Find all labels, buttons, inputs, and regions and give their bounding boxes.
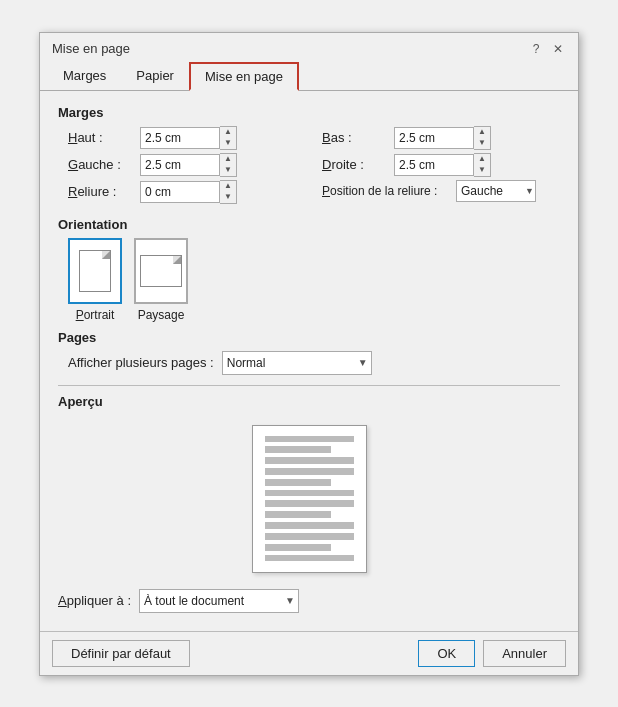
bas-up-btn[interactable]: ▲ [474,127,490,138]
preview-line-6 [265,490,354,497]
apply-select[interactable]: À tout le document À cette section Au te… [139,589,299,613]
tab-mise-en-page[interactable]: Mise en page [189,62,299,91]
paysage-icon-box [134,238,188,304]
bas-spinner-btns: ▲ ▼ [474,126,491,150]
footer-right: OK Annuler [418,640,566,667]
preview-line-1 [265,436,354,443]
reliure-row: Reliure : ▲ ▼ [68,180,306,204]
gauche-up-btn[interactable]: ▲ [220,154,236,165]
bas-down-btn[interactable]: ▼ [474,138,490,149]
reliure-input[interactable] [140,181,220,203]
orientation-section: Orientation Portrait [58,217,560,322]
apercu-box [58,415,560,579]
reliure-spinner: ▲ ▼ [140,180,237,204]
title-bar-controls: ? ✕ [528,41,566,57]
paysage-page-icon [140,255,182,287]
preview-line-3 [265,457,354,464]
footer-left: Définir par défaut [52,640,190,667]
preview-line-8 [265,511,332,518]
reliure-position-row: Position de la reliure : Gauche Haut Dro… [322,180,560,202]
reliure-position-select[interactable]: Gauche Haut Droite [456,180,536,202]
pages-select-wrapper: Normal Deux pages Page de garde du livre… [222,351,372,375]
preview-line-10 [265,533,354,540]
preview-line-12 [265,555,354,562]
bottom-bar: Définir par défaut OK Annuler [40,631,578,675]
haut-up-btn[interactable]: ▲ [220,127,236,138]
orientation-section-label: Orientation [58,217,560,232]
orientation-options: Portrait Paysage [68,238,560,322]
marges-left-col: Haut : ▲ ▼ Gauche : [68,126,306,207]
preview-line-7 [265,500,354,507]
reliure-up-btn[interactable]: ▲ [220,181,236,192]
haut-spinner: ▲ ▼ [140,126,237,150]
marges-section-label: Marges [58,105,560,120]
tab-marges[interactable]: Marges [48,62,121,91]
page-preview [252,425,367,573]
portrait-label: Portrait [76,308,115,322]
droite-input[interactable] [394,154,474,176]
apercu-section: Aperçu [58,394,560,579]
portrait-corner [102,251,110,259]
preview-line-5 [265,479,332,486]
paysage-corner [173,256,181,264]
pages-row: Afficher plusieurs pages : Normal Deux p… [68,351,560,375]
droite-spinner: ▲ ▼ [394,153,491,177]
dialog-title: Mise en page [52,41,130,56]
haut-down-btn[interactable]: ▼ [220,138,236,149]
reliure-label: Reliure : [68,184,136,199]
bas-label: Bas : [322,130,390,145]
default-button[interactable]: Définir par défaut [52,640,190,667]
droite-down-btn[interactable]: ▼ [474,165,490,176]
preview-line-4 [265,468,354,475]
bas-input[interactable] [394,127,474,149]
apply-select-wrapper: À tout le document À cette section Au te… [139,589,299,613]
preview-line-9 [265,522,354,529]
droite-row: Droite : ▲ ▼ [322,153,560,177]
droite-label: Droite : [322,157,390,172]
marges-right-col: Bas : ▲ ▼ Droite : [322,126,560,207]
help-button[interactable]: ? [528,41,544,57]
gauche-label: Gauche : [68,157,136,172]
bas-spinner: ▲ ▼ [394,126,491,150]
apply-row: Appliquer à : À tout le document À cette… [58,589,560,613]
cancel-button[interactable]: Annuler [483,640,566,667]
portrait-option[interactable]: Portrait [68,238,122,322]
droite-up-btn[interactable]: ▲ [474,154,490,165]
haut-row: Haut : ▲ ▼ [68,126,306,150]
gauche-row: Gauche : ▲ ▼ [68,153,306,177]
portrait-page-icon [79,250,111,292]
tabs-bar: Marges Papier Mise en page [40,61,578,91]
reliure-spinner-btns: ▲ ▼ [220,180,237,204]
apercu-section-label: Aperçu [58,394,560,409]
preview-line-11 [265,544,332,551]
marges-section: Marges Haut : ▲ ▼ [58,105,560,207]
divider [58,385,560,386]
apply-label: Appliquer à : [58,593,131,608]
gauche-input[interactable] [140,154,220,176]
pages-select[interactable]: Normal Deux pages Page de garde du livre… [222,351,372,375]
tab-papier[interactable]: Papier [121,62,189,91]
dialog: Mise en page ? ✕ Marges Papier Mise en p… [39,32,579,676]
ok-button[interactable]: OK [418,640,475,667]
reliure-down-btn[interactable]: ▼ [220,192,236,203]
content-area: Marges Haut : ▲ ▼ [40,91,578,631]
pages-field-label: Afficher plusieurs pages : [68,355,214,370]
haut-spinner-btns: ▲ ▼ [220,126,237,150]
gauche-down-btn[interactable]: ▼ [220,165,236,176]
preview-line-2 [265,446,332,453]
gauche-spinner: ▲ ▼ [140,153,237,177]
bas-row: Bas : ▲ ▼ [322,126,560,150]
paysage-label: Paysage [138,308,185,322]
reliure-position-select-wrapper: Gauche Haut Droite ▼ [456,180,536,202]
title-bar: Mise en page ? ✕ [40,33,578,61]
close-button[interactable]: ✕ [550,41,566,57]
haut-input[interactable] [140,127,220,149]
marges-grid: Haut : ▲ ▼ Gauche : [68,126,560,207]
reliure-position-label: Position de la reliure : [322,184,452,198]
portrait-icon-box [68,238,122,304]
haut-label: Haut : [68,130,136,145]
gauche-spinner-btns: ▲ ▼ [220,153,237,177]
pages-section-label: Pages [58,330,560,345]
paysage-option[interactable]: Paysage [134,238,188,322]
droite-spinner-btns: ▲ ▼ [474,153,491,177]
